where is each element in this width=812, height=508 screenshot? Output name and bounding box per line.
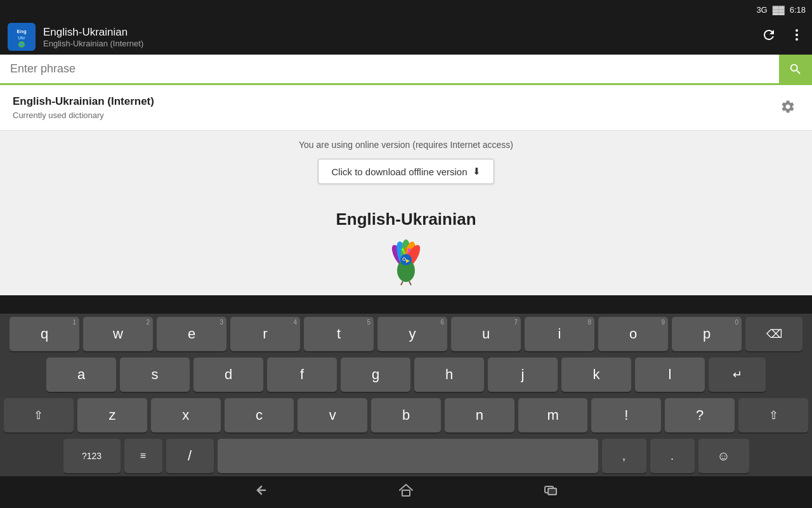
svg-point-5 — [796, 34, 798, 36]
keyboard-row-3: ⇧ z x c v b n m ! ? ⇧ — [0, 395, 812, 436]
app-subtitle: English-Ukrainian (Internet) — [43, 39, 754, 48]
dict-info: English-Ukrainian (Internet) Currently u… — [13, 95, 776, 120]
key-lang[interactable]: ≡ — [124, 439, 162, 473]
key-question[interactable]: ? — [665, 398, 735, 432]
svg-text:Eng: Eng — [16, 29, 26, 34]
download-offline-button[interactable]: Click to download offline version ⬇ — [318, 159, 494, 184]
dict-status: Currently used dictionary — [13, 110, 776, 120]
main-content: English-Ukrainian (Internet) Currently u… — [0, 85, 812, 295]
svg-point-6 — [796, 38, 798, 41]
key-u[interactable]: 7u — [451, 317, 521, 351]
key-shift-left[interactable]: ⇧ — [4, 398, 74, 432]
key-v[interactable]: v — [298, 398, 367, 432]
signal-indicator: 3G — [756, 5, 767, 15]
time-display: 6:18 — [790, 5, 806, 15]
keyboard-row-4: ?123 ≡ / , . ☺ — [0, 436, 812, 476]
back-button[interactable] — [252, 481, 270, 503]
online-notice-section: You are using online version (requires I… — [0, 131, 812, 197]
key-c[interactable]: c — [225, 398, 294, 432]
keyboard: 1q 2w 3e 4r 5t 6y 7u 8i 9o 0p ⌫ a s d f … — [0, 314, 812, 476]
keyboard-row-2: a s d f g h j k l ↵ — [0, 354, 812, 395]
key-w[interactable]: 2w — [83, 317, 153, 351]
search-input[interactable] — [0, 55, 779, 83]
key-enter[interactable]: ↵ — [709, 358, 766, 392]
svg-line-23 — [401, 281, 403, 285]
dictionary-card: English-Ukrainian (Internet) Currently u… — [0, 85, 812, 131]
dict-name: English-Ukrainian (Internet) — [13, 95, 776, 108]
key-exclamation[interactable]: ! — [591, 398, 661, 432]
app-branding: English-Ukrainian — [0, 197, 812, 295]
key-n[interactable]: n — [445, 398, 514, 432]
online-notice-text: You are using online version (requires I… — [0, 131, 812, 152]
refresh-button[interactable] — [761, 27, 776, 46]
home-button[interactable] — [397, 481, 415, 503]
key-k[interactable]: k — [561, 358, 631, 392]
key-a[interactable]: a — [46, 358, 116, 392]
key-r[interactable]: 4r — [230, 317, 300, 351]
key-space[interactable] — [218, 439, 598, 473]
key-i[interactable]: 8i — [525, 317, 594, 351]
recent-button[interactable] — [542, 481, 560, 503]
key-x[interactable]: x — [151, 398, 221, 432]
key-b[interactable]: b — [371, 398, 441, 432]
keyboard-row-1: 1q 2w 3e 4r 5t 6y 7u 8i 9o 0p ⌫ — [0, 314, 812, 354]
key-d[interactable]: d — [193, 358, 263, 392]
header-actions — [761, 27, 804, 46]
key-z[interactable]: z — [77, 398, 147, 432]
key-emoji[interactable]: ☺ — [698, 439, 749, 473]
svg-point-22 — [408, 248, 410, 251]
key-l[interactable]: l — [635, 358, 705, 392]
peacock-mascot — [374, 236, 438, 286]
key-j[interactable]: j — [488, 358, 558, 392]
svg-point-20 — [405, 248, 407, 250]
app-icon: Eng Ukr — [8, 23, 36, 51]
key-shift-right[interactable]: ⇧ — [738, 398, 808, 432]
key-o[interactable]: 9o — [598, 317, 668, 351]
svg-text:Ukr: Ukr — [18, 36, 25, 40]
key-period[interactable]: . — [650, 439, 695, 473]
svg-rect-27 — [548, 488, 556, 495]
svg-point-4 — [796, 29, 798, 32]
key-sym[interactable]: ?123 — [63, 439, 121, 473]
app-title: English-Ukrainian — [43, 26, 754, 39]
app-title-group: English-Ukrainian English-Ukrainian (Int… — [43, 26, 754, 48]
status-bar: 3G ▓▓ 6:18 — [0, 0, 812, 19]
settings-button[interactable] — [776, 95, 799, 118]
app-header: Eng Ukr English-Ukrainian English-Ukrain… — [0, 19, 812, 55]
key-g[interactable]: g — [341, 358, 410, 392]
nav-bar — [0, 476, 812, 508]
key-backspace[interactable]: ⌫ — [745, 317, 802, 351]
svg-rect-25 — [402, 490, 410, 496]
key-slash[interactable]: / — [166, 439, 214, 473]
battery-indicator: ▓▓ — [773, 5, 785, 15]
download-button-label: Click to download offline version — [331, 166, 467, 177]
key-e[interactable]: 3e — [157, 317, 226, 351]
svg-point-16 — [403, 258, 405, 260]
svg-line-24 — [409, 281, 411, 285]
key-y[interactable]: 6y — [377, 317, 447, 351]
svg-point-18 — [402, 248, 404, 251]
search-bar — [0, 55, 812, 85]
key-p[interactable]: 0p — [672, 317, 742, 351]
key-m[interactable]: m — [518, 398, 588, 432]
key-f[interactable]: f — [267, 358, 337, 392]
key-q[interactable]: 1q — [10, 317, 79, 351]
download-icon: ⬇ — [473, 166, 481, 177]
key-s[interactable]: s — [120, 358, 190, 392]
menu-button[interactable] — [789, 27, 804, 46]
key-h[interactable]: h — [414, 358, 484, 392]
key-t[interactable]: 5t — [304, 317, 374, 351]
branding-title: English-Ukrainian — [0, 210, 812, 229]
key-comma[interactable]: , — [602, 439, 646, 473]
search-button[interactable] — [779, 55, 812, 83]
